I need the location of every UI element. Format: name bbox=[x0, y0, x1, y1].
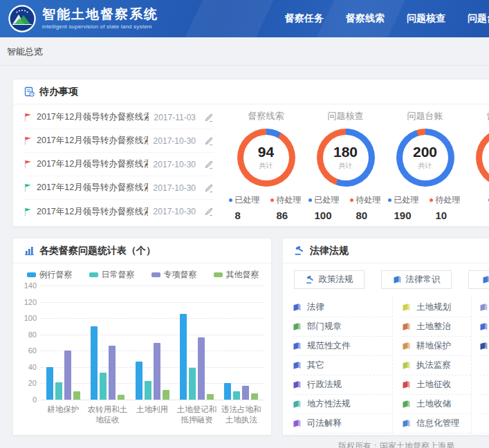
flag-icon-green bbox=[24, 207, 34, 216]
divider bbox=[471, 298, 472, 433]
todo-row[interactable]: 2017年12月领导转办督察线索2017-11-03 bbox=[24, 106, 214, 129]
donut-legend: 已处理175 bbox=[465, 194, 489, 221]
edit-icon[interactable] bbox=[204, 183, 214, 193]
edit-icon[interactable] bbox=[204, 160, 214, 169]
x-axis-label: 农转用和土地征收 bbox=[85, 404, 129, 425]
copyright-footer: 版权所有：国家土地督察上海局 bbox=[282, 440, 489, 448]
book-icon bbox=[402, 380, 411, 389]
flag-icon-green bbox=[24, 183, 34, 192]
book-icon bbox=[479, 303, 488, 312]
nav-item-0[interactable]: 督察任务 bbox=[285, 12, 324, 25]
law-link[interactable]: 行政法规 bbox=[293, 375, 392, 395]
donut-0: 督察线索94共计已处理8待处理86 bbox=[226, 110, 306, 221]
donut-chart bbox=[476, 129, 489, 187]
law-link-label: 土地收储 bbox=[416, 398, 451, 410]
gavel-icon bbox=[306, 275, 315, 284]
bar-legend-item[interactable]: 专项督察 bbox=[151, 269, 197, 281]
law-link-label: 信息化管理 bbox=[416, 418, 460, 429]
legend-marker-icon bbox=[27, 272, 36, 277]
legend-label: 已处理 bbox=[235, 194, 260, 206]
law-link[interactable]: 执法监察 bbox=[402, 356, 471, 375]
law-link[interactable]: 土地整治 bbox=[402, 317, 471, 337]
law-link[interactable]: 地方性法规 bbox=[293, 395, 392, 414]
law-tab-label: 政策法规 bbox=[319, 274, 353, 286]
donut-center: 94共计 bbox=[243, 135, 289, 180]
top-navbar: 智能土地督察系统 intelligent supervision of stat… bbox=[0, 0, 489, 37]
bar-日常督察 bbox=[55, 382, 62, 400]
book-icon bbox=[402, 342, 411, 351]
book-icon bbox=[402, 322, 411, 331]
book-icon bbox=[293, 380, 302, 389]
law-link[interactable]: 土地收储 bbox=[402, 395, 471, 414]
bar-例行督察 bbox=[224, 383, 231, 400]
todo-item-text: 2017年12月领导转办督察线索 bbox=[37, 158, 148, 170]
nav-item-3[interactable]: 问题台账 bbox=[468, 12, 489, 25]
bar-group bbox=[219, 286, 264, 400]
law-link[interactable]: 规范性文件 bbox=[293, 337, 392, 356]
todo-row[interactable]: 2017年12月领导转办督察线索2017-10-30 bbox=[24, 176, 214, 200]
todo-item-date: 2017-10-30 bbox=[154, 160, 196, 169]
bar-chart-x-axis: 耕地保护农转用和土地征收土地利用土地登记和抵押融资违法占地和土地执法 bbox=[41, 404, 264, 425]
donut-center bbox=[482, 135, 489, 180]
todo-row[interactable]: 2017年12月领导转办督察线索2017-10-30 bbox=[24, 153, 214, 176]
bar-legend-item[interactable]: 日常督察 bbox=[89, 269, 135, 281]
law-link[interactable] bbox=[479, 337, 489, 356]
edit-icon[interactable] bbox=[204, 207, 214, 216]
law-link[interactable]: 法律 bbox=[293, 298, 392, 317]
law-link[interactable]: 土地规划 bbox=[402, 298, 471, 317]
bar-例行督察 bbox=[180, 314, 187, 400]
todo-row[interactable]: 2017年12月领导转办督察线索2017-10-30 bbox=[24, 200, 214, 223]
legend-value: 190 bbox=[388, 209, 421, 221]
book-icon bbox=[479, 342, 488, 351]
todo-item-date: 2017-11-03 bbox=[154, 113, 196, 122]
flag-icon-red bbox=[24, 136, 34, 145]
x-axis-label: 土地登记和抵押融资 bbox=[174, 404, 219, 425]
law-link[interactable] bbox=[479, 317, 489, 337]
law-link[interactable]: 信息化管理 bbox=[402, 414, 471, 433]
donut-legend-item: 已处理190 bbox=[388, 194, 421, 221]
main-nav: 督察任务督察线索问题核查问题台账 bbox=[285, 0, 489, 37]
law-link[interactable]: 其它 bbox=[293, 356, 392, 375]
legend-marker-icon bbox=[89, 272, 98, 277]
bar-日常督察 bbox=[233, 391, 240, 400]
bar-legend-item[interactable]: 例行督察 bbox=[27, 269, 73, 281]
todo-item-text: 2017年12月领导转办督察线索 bbox=[37, 111, 149, 123]
law-tab-label: 法律常识 bbox=[406, 274, 441, 286]
legend-marker-icon bbox=[151, 272, 160, 277]
app-title: 智能土地督察系统 bbox=[42, 8, 158, 21]
donut-3: 督察任务已处理175 bbox=[465, 110, 489, 221]
law-tab-政策法规[interactable]: 政策法规 bbox=[294, 270, 365, 289]
law-link-empty bbox=[479, 414, 489, 433]
law-link[interactable]: 耕地保护 bbox=[402, 337, 471, 356]
nav-item-2[interactable]: 问题核查 bbox=[407, 12, 445, 25]
edit-icon[interactable] bbox=[204, 136, 214, 146]
donut-1: 问题核查180共计已处理100待处理80 bbox=[306, 110, 385, 221]
law-link[interactable] bbox=[479, 298, 489, 317]
bar-专项督察 bbox=[154, 343, 160, 400]
todo-row[interactable]: 2017年12月领导转办督察线索2017-10-30 bbox=[24, 129, 214, 153]
donut-title: 督察线索 bbox=[226, 110, 306, 122]
y-axis-tick: 40 bbox=[17, 363, 37, 371]
app-logo: 智能土地督察系统 intelligent supervision of stat… bbox=[8, 5, 158, 32]
law-tab-more[interactable] bbox=[468, 270, 489, 289]
law-link[interactable]: 土地征收 bbox=[402, 375, 471, 395]
legend-dot-icon bbox=[388, 198, 391, 202]
legend-label: 待处理 bbox=[277, 194, 302, 206]
bar-chart-plot: 020406080100120140 bbox=[41, 286, 264, 400]
y-axis-tick: 0 bbox=[17, 395, 37, 404]
todo-item-text: 2017年12月领导转办督察线索 bbox=[37, 182, 148, 194]
law-link-empty bbox=[479, 375, 489, 395]
edit-icon[interactable] bbox=[204, 113, 214, 122]
bar-legend-item[interactable]: 其他督察 bbox=[214, 269, 259, 281]
law-tab-法律常识[interactable]: 法律常识 bbox=[381, 270, 452, 289]
law-link[interactable]: 部门规章 bbox=[293, 317, 392, 337]
donut-center: 180共计 bbox=[323, 135, 369, 180]
y-axis-tick: 60 bbox=[17, 346, 37, 355]
bar-group bbox=[130, 286, 174, 400]
law-link-label: 法律 bbox=[307, 301, 324, 313]
nav-item-1[interactable]: 督察线索 bbox=[346, 12, 385, 25]
book-icon bbox=[402, 361, 411, 370]
law-link[interactable]: 司法解释 bbox=[293, 414, 392, 433]
laws-column-3 bbox=[479, 298, 489, 433]
divider bbox=[392, 298, 393, 433]
